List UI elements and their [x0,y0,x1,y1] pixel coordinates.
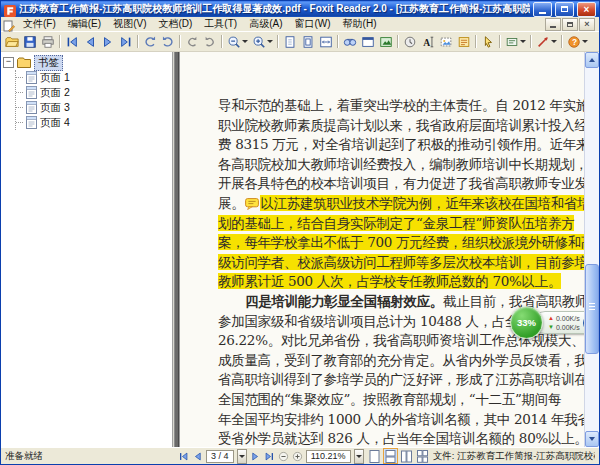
menu-item-f[interactable]: 文件(F) [17,17,62,31]
layout-single-page-button[interactable] [367,448,382,464]
text-run: 开展各具特色的校本培训项目，有力促进了我省高职教师专业发 [218,175,584,191]
vertical-scrollbar[interactable] [584,52,599,447]
status-first-page-button[interactable] [178,450,189,463]
snapshot-button[interactable] [401,33,419,50]
export-image-button[interactable] [377,33,395,50]
bookmark-item-1[interactable]: 页面 1 [16,70,170,85]
status-prev-page-button[interactable] [192,450,203,463]
bookmark-label[interactable]: 页面 1 [40,71,70,85]
bookmark-item-2[interactable]: 页面 2 [16,85,170,100]
hand-tool-button[interactable] [479,33,497,50]
typewriter-button[interactable] [503,33,528,50]
bookmark-label[interactable]: 页面 3 [40,101,70,115]
select-text-button[interactable]: A [419,33,437,50]
dropdown-caret-icon[interactable] [582,40,588,43]
zoom-level-dropdown[interactable] [354,449,364,464]
text-run: 各高职院校加大教师培训经费投入，编制教师培训中长期规划， [218,156,584,172]
speed-monitor-widget[interactable]: 33% ▲0.00K/s ▼0.00K/s [510,306,584,339]
find-button[interactable] [341,33,359,50]
help-button[interactable]: ? [565,33,590,50]
first-page-button[interactable] [63,33,81,50]
rotate-left-button[interactable] [183,33,201,50]
mdi-minimize-button[interactable] [545,18,561,31]
drawing-button[interactable] [534,33,559,50]
menu-item-h[interactable]: 帮助(H) [337,17,383,31]
zoom-out-tool-button[interactable] [225,33,250,50]
panel-splitter[interactable] [173,52,180,447]
scroll-down-button[interactable] [585,431,599,447]
save-button[interactable] [21,33,39,50]
redo-button[interactable] [159,33,177,50]
status-last-page-button[interactable] [264,450,275,463]
bookmark-root[interactable]: − 书签 [3,55,170,70]
mdi-restore-button[interactable] [562,18,578,31]
status-zoom-in-button[interactable] [292,450,303,463]
document-menu-icon [3,18,15,30]
undo-button[interactable] [141,33,159,50]
layout-facing-button[interactable] [399,448,414,464]
print-button[interactable] [39,33,57,50]
dropdown-caret-icon[interactable] [551,40,557,43]
collapse-expander-icon[interactable]: − [3,57,14,68]
text-run: 导和示范的基础上，着重突出学校的主体责任。自 2012 年实施 [218,97,584,113]
foxit-app-icon [4,3,16,15]
bookmark-root-label[interactable]: 书签 [34,55,63,71]
zoom-in-tool-button[interactable] [250,33,275,50]
bookmark-item-4[interactable]: 页面 4 [16,115,170,130]
actual-size-button[interactable] [281,33,299,50]
dropdown-caret-icon[interactable] [520,40,526,43]
document-line: 导和示范的基础上，着重突出学校的主体责任。自 2012 年实施 [218,96,574,116]
status-next-page-button[interactable] [250,450,261,463]
text-run: 受省外学员就达到 826 人，占当年全国培训名额的 80%以上。这 [218,430,584,446]
text-run: 年全国平均安排约 1000 人的外省培训名额，其中 2014 年我省接 [218,411,584,427]
restore-button[interactable] [555,2,574,17]
menu-item-a[interactable]: 高级(A) [243,17,288,31]
close-button[interactable]: × [577,2,596,17]
rotate-right-button[interactable] [201,33,219,50]
scrollbar-track[interactable] [585,68,599,431]
folder-icon [17,57,31,68]
highlighted-text: 级访问学者、校派高级访问工程师等多层次校本培训，目前参培 [218,254,584,270]
menu-item-e[interactable]: 编辑(E) [62,17,107,31]
dropdown-caret-icon[interactable] [267,40,273,43]
mdi-close-button[interactable]: × [579,18,595,31]
highlighted-text: 划的基础上，结合自身实际制定了“金泉工程”师资队伍培养方 [218,215,574,231]
scrollbar-thumb[interactable] [585,264,599,354]
bookmark-item-3[interactable]: 页面 3 [16,100,170,115]
minimize-button[interactable] [533,2,552,17]
page-number-dropdown[interactable] [237,449,247,464]
menu-item-d[interactable]: 文档(D) [152,17,198,31]
fit-page-button[interactable] [299,33,317,50]
memory-usage-ball[interactable]: 33% [510,306,543,339]
full-screen-button[interactable] [359,33,377,50]
page-number-display[interactable]: 3 / 4 [206,450,234,463]
dropdown-caret-icon[interactable] [242,40,248,43]
note-annotation-icon[interactable] [245,196,259,208]
toolbar: A? [1,32,599,52]
text-run: 全国范围的“集聚效应”。按照教育部规划，“十二五”期间每 [218,391,561,407]
zoom-level-display[interactable]: 110.21% [306,450,351,463]
select-image-button[interactable] [437,33,455,50]
menu-item-t[interactable]: 工具(T) [198,17,243,31]
document-text: 导和示范的基础上，着重突出学校的主体责任。自 2012 年实施职业院校教师素质提… [218,96,574,447]
document-line: 案，每年学校拿出不低于 700 万元经费，组织校派境外研修和高 [218,233,574,253]
bookmark-label[interactable]: 页面 2 [40,86,70,100]
open-button[interactable] [3,33,21,50]
document-page[interactable]: 导和示范的基础上，着重突出学校的主体责任。自 2012 年实施职业院校教师素质提… [180,52,584,447]
bookmark-label[interactable]: 页面 4 [40,116,70,130]
status-zoom-out-button[interactable] [278,450,289,463]
last-page-button[interactable] [117,33,135,50]
menu-item-v[interactable]: 视图(V) [107,17,152,31]
menu-item-w[interactable]: 窗口(W) [288,17,336,31]
layout-continuous-facing-button[interactable] [415,448,430,464]
fit-width-button[interactable] [317,33,335,50]
layout-continuous-button[interactable] [383,448,398,464]
select-annotation-button[interactable] [455,33,473,50]
next-page-button[interactable] [99,33,117,50]
widget-action-button[interactable] [583,314,584,332]
scroll-up-button[interactable] [585,52,599,68]
mdi-window-controls: × [545,18,597,31]
highlighted-text: 教师累计近 500 人次，占学校专任教师总数的 70%以上。 [218,273,561,289]
network-rates: ▲0.00K/s ▼0.00K/s [548,314,580,332]
prev-page-button[interactable] [81,33,99,50]
